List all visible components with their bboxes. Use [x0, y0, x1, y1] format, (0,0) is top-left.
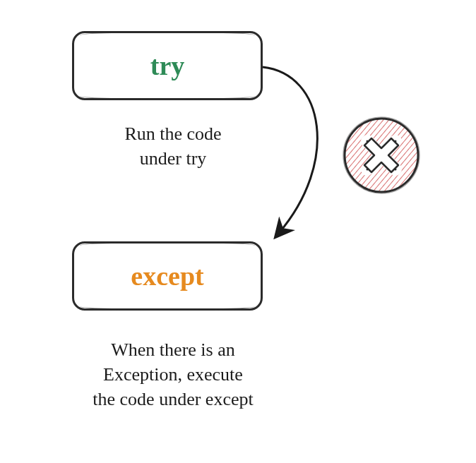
box-sketch-bottom — [80, 306, 255, 311]
except-keyword: except — [131, 260, 203, 291]
except-caption-line1: When there is an — [111, 339, 234, 360]
except-caption: When there is an Exception, execute the … — [39, 337, 307, 411]
except-caption-line2: Exception, execute — [103, 364, 243, 385]
error-icon — [339, 113, 424, 198]
except-box: except — [72, 241, 263, 311]
box-sketch-top — [80, 241, 255, 246]
except-caption-line3: the code under except — [93, 389, 253, 409]
